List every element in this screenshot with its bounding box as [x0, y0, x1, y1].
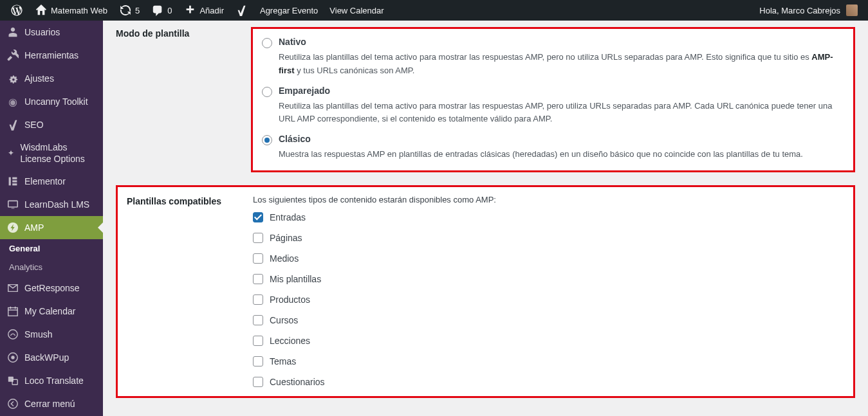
sidebar-item-getresponse[interactable]: GetResponse: [0, 276, 103, 300]
check-item-misplantillas[interactable]: Mis plantillas: [253, 274, 844, 284]
check-input[interactable]: [253, 274, 263, 284]
wp-logo-menu[interactable]: [5, 0, 28, 21]
sidebar-item-label: My Calendar: [24, 306, 75, 316]
supported-templates-label: Plantillas compatibles: [127, 195, 253, 387]
add-new-menu[interactable]: Añadir: [178, 0, 229, 21]
radio-option-nativo[interactable]: Nativo Reutiliza las plantillas del tema…: [262, 37, 844, 78]
sidebar-item-label: Herramientas: [24, 50, 78, 60]
check-input[interactable]: [253, 253, 263, 264]
template-mode-row: Modo de plantilla Nativo Reutiliza las p…: [116, 27, 855, 172]
main-content: Modo de plantilla Nativo Reutiliza las p…: [103, 21, 868, 416]
sidebar-item-label: Elementor: [24, 176, 66, 186]
desc-post: y tus URLs canónicas son AMP.: [295, 66, 415, 75]
radio-option-clasico[interactable]: Clásico Muestra las respuestas AMP en pl…: [262, 134, 844, 161]
check-input[interactable]: [253, 233, 263, 243]
wordpress-icon: [10, 4, 23, 17]
yoast-icon: [235, 4, 248, 17]
check-item-cursos[interactable]: Cursos: [253, 315, 844, 325]
settings-icon: [6, 72, 19, 85]
radio-input[interactable]: [262, 38, 272, 48]
view-calendar-menu[interactable]: View Calendar: [324, 0, 389, 21]
template-mode-label: Modo de plantilla: [116, 27, 251, 39]
account-menu[interactable]: Hola, Marco Cabrejos: [754, 0, 863, 21]
svg-point-13: [11, 356, 14, 359]
sidebar-item-amp[interactable]: AMP: [0, 216, 103, 239]
sidebar-item-herramientas[interactable]: Herramientas: [0, 44, 103, 67]
desc-pre: Reutiliza las plantillas del tema activo…: [279, 52, 811, 62]
check-input[interactable]: [253, 377, 263, 387]
comments-count: 0: [167, 6, 172, 15]
site-name-menu[interactable]: Matemath Web: [30, 0, 113, 21]
sidebar-item-label: WisdmLabs License Options: [20, 141, 97, 165]
sidebar-item-usuarios[interactable]: Usuarios: [0, 21, 103, 44]
sidebar-item-elementor[interactable]: Elementor: [0, 170, 103, 193]
amp-icon: [6, 221, 19, 234]
mail-icon: [6, 282, 19, 294]
sidebar-item-label: Usuarios: [24, 27, 60, 37]
check-input[interactable]: [253, 315, 263, 325]
calendar-icon: [6, 305, 19, 318]
yoast-menu[interactable]: [230, 0, 254, 21]
check-input[interactable]: [253, 294, 263, 305]
svg-rect-0: [9, 177, 11, 186]
sidebar-sub-general[interactable]: General: [0, 239, 103, 258]
check-input[interactable]: [253, 356, 263, 366]
sidebar-item-loco[interactable]: Loco Translate: [0, 369, 103, 392]
sidebar-item-seo[interactable]: SEO: [0, 113, 103, 136]
check-input[interactable]: [253, 212, 263, 222]
updates-menu[interactable]: 5: [114, 0, 145, 21]
sidebar-item-smush[interactable]: Smush: [0, 323, 103, 346]
sidebar-item-backwpup[interactable]: BackWPup: [0, 346, 103, 369]
check-label: Entradas: [270, 212, 306, 222]
svg-rect-4: [8, 201, 17, 208]
uncanny-icon: ◉: [6, 95, 19, 108]
check-item-temas[interactable]: Temas: [253, 356, 844, 366]
svg-point-16: [8, 399, 17, 408]
supported-templates-row: Plantillas compatibles Los siguientes ti…: [116, 185, 855, 398]
check-label: Temas: [270, 356, 296, 366]
sidebar-item-label: LearnDash LMS: [24, 199, 89, 210]
check-item-lecciones[interactable]: Lecciones: [253, 336, 844, 346]
check-label: Productos: [270, 294, 310, 305]
check-item-cuestionarios[interactable]: Cuestionarios: [253, 377, 844, 387]
radio-body: Nativo Reutiliza las plantillas del tema…: [279, 37, 844, 78]
site-name-label: Matemath Web: [51, 6, 107, 15]
sidebar-item-mycalendar[interactable]: My Calendar: [0, 300, 103, 323]
sidebar-item-label: Ajustes: [24, 73, 54, 84]
svg-rect-7: [8, 308, 17, 316]
check-item-entradas[interactable]: Entradas: [253, 212, 844, 222]
check-item-productos[interactable]: Productos: [253, 294, 844, 305]
check-input[interactable]: [253, 336, 263, 346]
radio-input[interactable]: [262, 135, 272, 145]
sidebar-item-label: Smush: [24, 329, 53, 339]
check-label: Mis plantillas: [270, 274, 321, 284]
radio-desc: Reutiliza las plantillas del tema activo…: [279, 51, 844, 78]
check-label: Lecciones: [270, 336, 310, 346]
radio-body: Emparejado Reutiliza las plantillas del …: [279, 86, 844, 127]
check-item-paginas[interactable]: Páginas: [253, 233, 844, 243]
check-item-medios[interactable]: Medios: [253, 253, 844, 264]
comments-menu[interactable]: 0: [146, 0, 177, 21]
translate-icon: [6, 374, 19, 387]
admin-sidebar: Usuarios Herramientas Ajustes ◉ Uncanny …: [0, 21, 103, 416]
collapse-icon: [6, 397, 19, 410]
updates-count: 5: [135, 6, 140, 15]
sidebar-sub-analytics[interactable]: Analytics: [0, 258, 103, 276]
sidebar-item-uncanny[interactable]: ◉ Uncanny Toolkit: [0, 90, 103, 113]
agregar-evento-menu[interactable]: Agregar Evento: [255, 0, 323, 21]
learndash-icon: [6, 198, 19, 211]
sidebar-sub-label: Analytics: [9, 262, 42, 272]
agregar-evento-label: Agregar Evento: [260, 6, 318, 15]
elementor-icon: [6, 175, 19, 188]
radio-body: Clásico Muestra las respuestas AMP en pl…: [279, 134, 844, 161]
sidebar-item-wisdmlabs[interactable]: ✦ WisdmLabs License Options: [0, 136, 103, 170]
sidebar-item-learndash[interactable]: LearnDash LMS: [0, 193, 103, 216]
sidebar-item-label: GetResponse: [24, 283, 80, 293]
radio-option-emparejado[interactable]: Emparejado Reutiliza las plantillas del …: [262, 86, 844, 127]
radio-input[interactable]: [262, 87, 272, 97]
license-icon: ✦: [6, 147, 15, 159]
sidebar-item-ajustes[interactable]: Ajustes: [0, 67, 103, 90]
radio-desc: Muestra las respuestas AMP en plantillas…: [279, 148, 844, 161]
sidebar-item-collapse[interactable]: Cerrar menú: [0, 392, 103, 415]
sidebar-item-label: SEO: [24, 120, 44, 130]
